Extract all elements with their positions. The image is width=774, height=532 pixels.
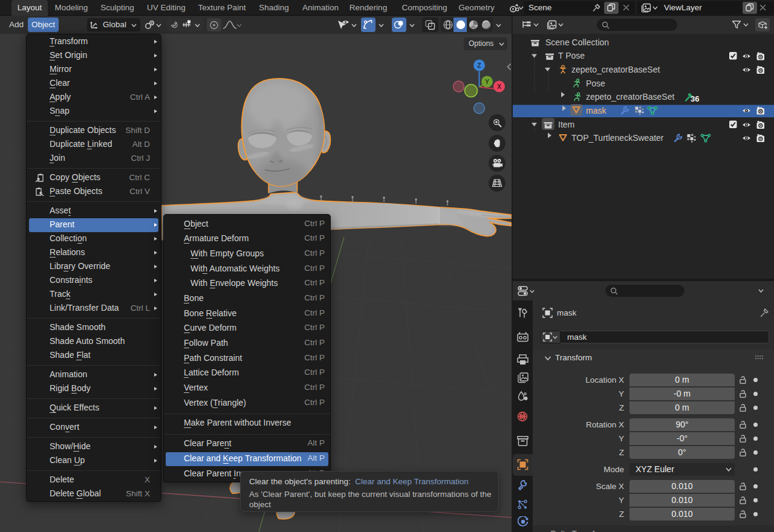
svg-text:Y: Y — [485, 78, 489, 85]
svg-text:X: X — [497, 83, 501, 90]
svg-text:Item: Item — [558, 120, 574, 129]
svg-text:mask: mask — [586, 106, 607, 115]
svg-text:Scene Collection: Scene Collection — [545, 37, 609, 47]
svg-text:Pose: Pose — [586, 79, 605, 88]
svg-text:T Pose: T Pose — [558, 51, 585, 60]
svg-text:zepeto_creatorBaseSet: zepeto_creatorBaseSet — [571, 65, 660, 74]
svg-text:TOP_TurtleneckSweater: TOP_TurtleneckSweater — [571, 133, 664, 143]
svg-text:zepeto_creatorBaseSet: zepeto_creatorBaseSet — [586, 92, 674, 102]
svg-text:36: 36 — [691, 94, 699, 103]
svg-text:Z: Z — [477, 62, 481, 69]
